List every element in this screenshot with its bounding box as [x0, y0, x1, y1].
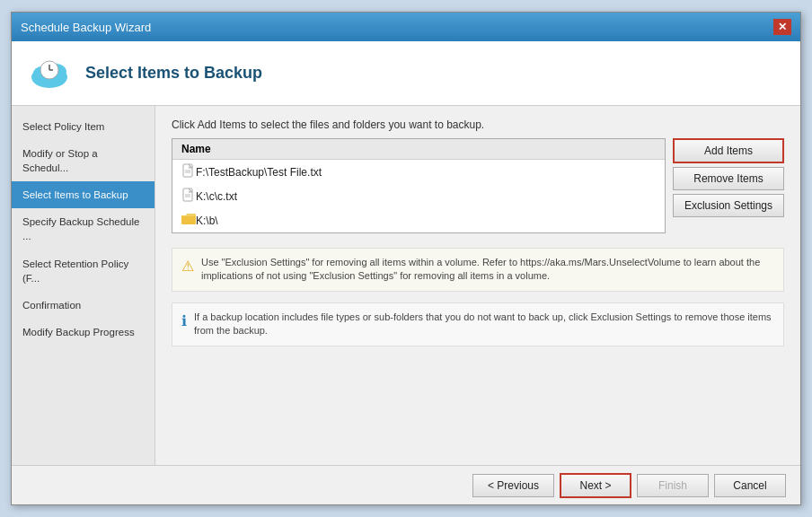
folder-icon: [181, 212, 196, 229]
info-text: If a backup location includes file types…: [194, 311, 774, 338]
file-icon: [181, 188, 196, 205]
exclusion-settings-button[interactable]: Exclusion Settings: [673, 194, 784, 217]
title-bar: Schedule Backup Wizard ✕: [12, 13, 800, 41]
content-area: Select Policy ItemModify or Stop a Sched…: [12, 106, 800, 465]
wizard-icon: [26, 50, 73, 97]
sidebar-item[interactable]: Select Policy Item: [12, 113, 154, 140]
list-item[interactable]: K:\c\c.txt: [172, 184, 665, 208]
close-button[interactable]: ✕: [773, 19, 791, 35]
file-name: K:\c\c.txt: [196, 190, 237, 203]
list-item[interactable]: F:\TestBackup\Test File.txt: [172, 160, 665, 184]
finish-button[interactable]: Finish: [637, 474, 709, 497]
warning-box: ⚠ Use "Exclusion Settings" for removing …: [172, 248, 784, 292]
header: Select Items to Backup: [12, 41, 800, 106]
file-area: Name F:\TestBackup\Test File.txtK:\c\c.t…: [172, 138, 784, 241]
file-name: F:\TestBackup\Test File.txt: [196, 166, 322, 179]
remove-items-button[interactable]: Remove Items: [673, 167, 784, 190]
file-icon: [181, 163, 196, 180]
svg-rect-13: [181, 215, 196, 224]
previous-button[interactable]: < Previous: [472, 474, 554, 497]
file-list-wrapper: Name F:\TestBackup\Test File.txtK:\c\c.t…: [172, 138, 666, 241]
footer: < Previous Next > Finish Cancel: [12, 465, 800, 504]
file-name: K:\b\: [196, 215, 218, 227]
next-button[interactable]: Next >: [560, 473, 631, 498]
window-title: Schedule Backup Wizard: [21, 21, 151, 34]
warning-icon: ⚠: [181, 257, 194, 276]
page-title: Select Items to Backup: [85, 64, 262, 83]
sidebar-item[interactable]: Modify Backup Progress: [12, 319, 154, 346]
action-buttons: Add Items Remove Items Exclusion Setting…: [673, 138, 784, 217]
info-icon: ℹ: [181, 311, 187, 331]
main-panel: Click Add Items to select the files and …: [155, 106, 800, 465]
sidebar-item[interactable]: Specify Backup Schedule ...: [12, 208, 154, 250]
cancel-button[interactable]: Cancel: [714, 474, 786, 497]
sidebar-item[interactable]: Modify or Stop a Schedul...: [12, 140, 154, 181]
sidebar-item[interactable]: Select Retention Policy (F...: [12, 250, 154, 292]
info-box: ℹ If a backup location includes file typ…: [172, 302, 784, 346]
list-item[interactable]: K:\b\: [172, 208, 665, 232]
instruction-text: Click Add Items to select the files and …: [172, 118, 784, 131]
sidebar: Select Policy ItemModify or Stop a Sched…: [12, 106, 155, 465]
file-list-header: Name: [172, 139, 665, 160]
file-list[interactable]: Name F:\TestBackup\Test File.txtK:\c\c.t…: [172, 138, 666, 233]
sidebar-item[interactable]: Select Items to Backup: [12, 181, 154, 208]
sidebar-item[interactable]: Confirmation: [12, 292, 154, 319]
add-items-button[interactable]: Add Items: [673, 138, 784, 163]
warning-text: Use "Exclusion Settings" for removing al…: [201, 256, 774, 284]
main-window: Schedule Backup Wizard ✕ Select Items to…: [11, 12, 801, 505]
